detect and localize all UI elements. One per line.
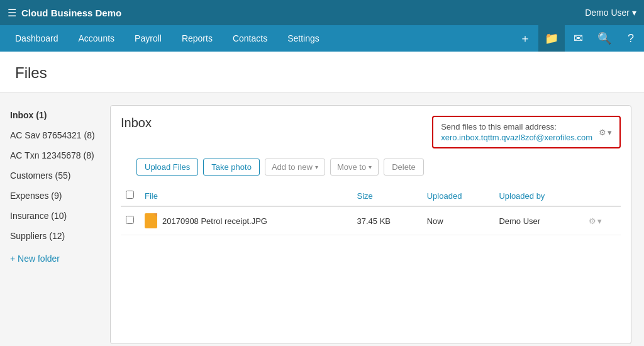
header-checkbox[interactable] [126, 191, 134, 199]
email-box: Send files to this email address: xero.i… [432, 116, 621, 148]
email-box-address[interactable]: xero.inbox.tqttm.qvazl8zof@xerofiles.com [441, 133, 592, 142]
search-icon-button[interactable]: 🔍 [591, 25, 618, 52]
email-gear-button[interactable]: ⚙ ▾ [599, 128, 612, 137]
mail-icon-button[interactable]: ✉ [565, 25, 591, 52]
file-uploaded-by: Demo User [499, 216, 540, 226]
sidebar-item-ac-txn[interactable]: AC Txn 12345678 (8) [10, 145, 100, 165]
add-to-new-label: Add to new [272, 162, 313, 172]
page-header: Files [0, 52, 644, 92]
col-actions [584, 186, 621, 206]
gear-icon: ⚙ [599, 128, 606, 137]
sidebar-item-suppliers[interactable]: Suppliers (12) [10, 226, 100, 246]
row-file-cell: 20170908 Petrol receipt.JPG [140, 206, 352, 235]
file-table: File Size Uploaded Uploaded by 20170908 [121, 186, 621, 235]
row-uploaded-cell: Now [422, 206, 494, 235]
row-checkbox[interactable] [126, 216, 134, 224]
file-icon [145, 213, 157, 228]
col-checkbox [121, 186, 140, 206]
delete-button[interactable]: Delete [384, 159, 424, 176]
file-uploaded: Now [427, 216, 443, 226]
add-to-new-chevron: ▾ [315, 164, 318, 170]
file-size: 37.45 KB [357, 216, 391, 226]
row-gear-chevron: ▾ [597, 216, 602, 226]
brand-title: Cloud Business Demo [21, 8, 121, 18]
sidebar-item-inbox[interactable]: Inbox (1) [10, 105, 100, 125]
row-checkbox-cell [121, 206, 140, 235]
file-name-cell: 20170908 Petrol receipt.JPG [145, 213, 347, 228]
demo-user-label: Demo User [585, 8, 630, 18]
gear-dropdown-icon: ▾ [608, 128, 612, 137]
nav-item-payroll[interactable]: Payroll [125, 25, 172, 52]
sidebar-item-customers[interactable]: Customers (55) [10, 165, 100, 186]
files-icon-button[interactable]: 📁 [538, 25, 565, 52]
sidebar: Inbox (1) AC Sav 87654321 (8) AC Txn 123… [0, 105, 110, 344]
col-uploaded: Uploaded [422, 186, 494, 206]
add-icon-button[interactable]: ＋ [512, 25, 538, 52]
email-box-label: Send files to this email address: [441, 122, 592, 131]
nav-item-reports[interactable]: Reports [172, 25, 223, 52]
hamburger-icon[interactable]: ☰ [8, 7, 16, 19]
nav-item-settings[interactable]: Settings [277, 25, 330, 52]
table-head: File Size Uploaded Uploaded by [121, 186, 621, 206]
user-dropdown-icon: ▾ [632, 8, 636, 18]
move-to-label: Move to [337, 162, 366, 172]
main-panel: Inbox Send files to this email address: … [110, 105, 631, 344]
row-gear-icon: ⚙ [589, 216, 596, 226]
nav-item-accounts[interactable]: Accounts [69, 25, 125, 52]
email-box-content: Send files to this email address: xero.i… [441, 122, 592, 142]
toolbar: Upload Files Take photo Add to new ▾ Mov… [121, 159, 621, 176]
inbox-title: Inbox [121, 116, 152, 130]
sidebar-item-ac-sav[interactable]: AC Sav 87654321 (8) [10, 125, 100, 145]
demo-user-button[interactable]: Demo User ▾ [585, 8, 636, 18]
sidebar-item-insurance[interactable]: Insurance (10) [10, 206, 100, 226]
add-to-new-button[interactable]: Add to new ▾ [265, 159, 325, 176]
take-photo-button[interactable]: Take photo [203, 159, 260, 176]
table-body: 20170908 Petrol receipt.JPG 37.45 KB Now… [121, 206, 621, 235]
page-title: Files [15, 64, 629, 82]
new-folder-button[interactable]: + New folder [10, 248, 100, 269]
sidebar-item-expenses[interactable]: Expenses (9) [10, 186, 100, 206]
row-uploaded-by-cell: Demo User [494, 206, 583, 235]
nav-item-dashboard[interactable]: Dashboard [5, 25, 69, 52]
row-actions-cell: ⚙ ▾ [584, 206, 621, 235]
nav-items: Dashboard Accounts Payroll Reports Conta… [5, 25, 512, 52]
col-size: Size [352, 186, 422, 206]
help-icon-button[interactable]: ? [618, 25, 644, 52]
nav-icons: ＋ 📁 ✉ 🔍 ? [512, 25, 644, 52]
move-to-button[interactable]: Move to ▾ [330, 159, 379, 176]
upload-files-button[interactable]: Upload Files [136, 159, 198, 176]
nav-bar: Dashboard Accounts Payroll Reports Conta… [0, 25, 644, 52]
table-row: 20170908 Petrol receipt.JPG 37.45 KB Now… [121, 206, 621, 235]
brand-bar: ☰ Cloud Business Demo Demo User ▾ [0, 0, 644, 25]
nav-item-contacts[interactable]: Contacts [223, 25, 277, 52]
move-to-chevron: ▾ [369, 164, 372, 170]
row-gear-button[interactable]: ⚙ ▾ [589, 216, 616, 226]
col-file: File [140, 186, 352, 206]
content-area: Inbox (1) AC Sav 87654321 (8) AC Txn 123… [0, 92, 644, 344]
file-name[interactable]: 20170908 Petrol receipt.JPG [162, 216, 267, 226]
inbox-header: Inbox Send files to this email address: … [121, 116, 621, 148]
col-uploaded-by: Uploaded by [494, 186, 583, 206]
brand-left: ☰ Cloud Business Demo [8, 7, 121, 19]
row-size-cell: 37.45 KB [352, 206, 422, 235]
brand-right: Demo User ▾ [585, 8, 636, 18]
